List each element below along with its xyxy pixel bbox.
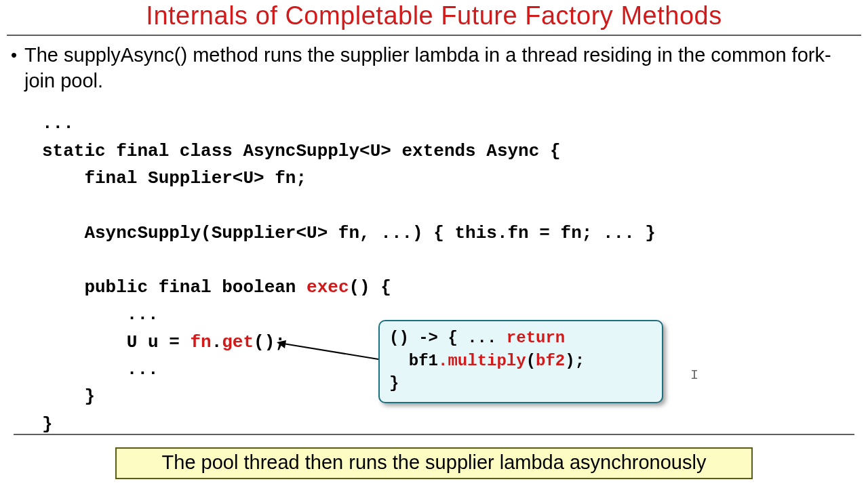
code-ident-fn: fn <box>190 332 211 352</box>
code-line: (); <box>254 332 285 352</box>
code-keyword-exec: exec <box>307 277 349 298</box>
divider-bottom <box>14 434 854 435</box>
callout-dot: . <box>438 352 448 370</box>
callout-keyword-return: return <box>507 329 565 347</box>
callout-ident-multiply: multiply <box>448 352 526 370</box>
code-line: public final boolean <box>42 277 307 298</box>
code-line: ... <box>42 304 159 325</box>
slide-root: Internals of Completable Future Factory … <box>0 0 868 488</box>
bullet-icon <box>5 43 24 94</box>
text-caret-icon: I <box>690 367 698 383</box>
code-line: U u = <box>42 332 190 352</box>
callout-ident-bf2: bf2 <box>536 352 565 370</box>
code-ident-get: get <box>222 332 254 352</box>
code-line: AsyncSupply(Supplier<U> fn, ...) { this.… <box>42 223 656 243</box>
code-line: () { <box>349 277 391 298</box>
code-line: } <box>42 386 95 407</box>
footer-note: The pool thread then runs the supplier l… <box>115 447 753 479</box>
lambda-callout: () -> { ... return bf1.multiply(bf2); } <box>378 320 663 403</box>
callout-text: () -> { ... <box>389 329 507 347</box>
code-line: } <box>42 414 53 434</box>
callout-text: ( <box>526 352 536 370</box>
bullet-row: The supplyAsync() method runs the suppli… <box>0 36 868 94</box>
callout-text: bf1 <box>389 352 438 370</box>
code-line: ... <box>42 113 74 134</box>
bullet-text: The supplyAsync() method runs the suppli… <box>24 43 856 94</box>
code-line: ... <box>42 359 159 380</box>
code-line: final Supplier<U> fn; <box>42 168 307 188</box>
code-line: . <box>212 332 222 352</box>
slide-title: Internals of Completable Future Factory … <box>0 0 868 35</box>
code-line: static final class AsyncSupply<U> extend… <box>42 141 561 161</box>
